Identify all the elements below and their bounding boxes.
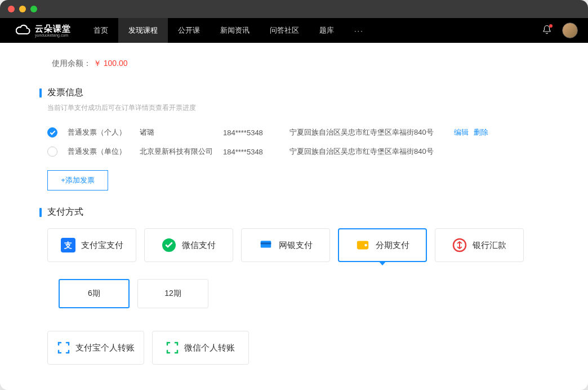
nav-question-bank[interactable]: 题库 xyxy=(309,18,344,43)
cloud-logo-icon xyxy=(16,24,32,37)
invoice-row-personal: 普通发票（个人） 诸璐 184****5348 宁夏回族自治区吴忠市红寺堡区幸福… xyxy=(39,123,549,142)
page-content: 使用余额： ￥ 100.00 发票信息 当前订单支付成功后可在订单详情页查看开票… xyxy=(0,43,588,390)
nav-more[interactable]: ··· xyxy=(344,18,374,43)
invoice-radio-personal[interactable] xyxy=(47,127,57,138)
add-invoice-button[interactable]: +添加发票 xyxy=(47,170,108,190)
invoice-type: 普通发票（单位） xyxy=(68,147,130,157)
notification-badge xyxy=(549,24,553,28)
pay-bank[interactable]: 网银支付 xyxy=(241,228,330,262)
installment-12[interactable]: 12期 xyxy=(137,279,208,308)
invoice-subtitle: 当前订单支付成功后可在订单详情页查看开票进度 xyxy=(47,103,549,113)
svg-rect-4 xyxy=(261,242,271,244)
nav-items: 首页 发现课程 公开课 新闻资讯 问答社区 题库 ··· xyxy=(83,18,374,43)
maximize-window-button[interactable] xyxy=(30,6,37,12)
svg-text:支: 支 xyxy=(64,241,72,250)
pay-installment[interactable]: 分期支付 xyxy=(338,228,427,262)
nav-open-class[interactable]: 公开课 xyxy=(168,18,210,43)
section-bar-icon xyxy=(39,88,42,98)
pay-alipay[interactable]: 支 支付宝支付 xyxy=(47,228,136,262)
window-titlebar xyxy=(0,0,588,18)
scan-bracket-icon xyxy=(166,342,179,354)
alipay-icon: 支 xyxy=(61,238,75,252)
section-bar-icon xyxy=(39,208,42,217)
alipay-personal-transfer[interactable]: 支付宝个人转账 xyxy=(47,331,144,365)
invoice-type: 普通发票（个人） xyxy=(68,127,130,138)
invoice-edit-link[interactable]: 编辑 xyxy=(454,128,469,136)
bank-card-icon xyxy=(259,238,273,252)
nav-discover-courses[interactable]: 发现课程 xyxy=(118,18,168,43)
svg-point-6 xyxy=(364,244,367,247)
invoice-actions: 编辑 删除 xyxy=(451,127,489,138)
pay-bank-transfer[interactable]: 银行汇款 xyxy=(435,228,524,262)
installment-6[interactable]: 6期 xyxy=(59,279,130,308)
app-window: 云朵课堂 yunduoketang.com 首页 发现课程 公开课 新闻资讯 问… xyxy=(0,0,588,390)
scan-bracket-icon xyxy=(57,342,70,354)
nav-qa-community[interactable]: 问答社区 xyxy=(260,18,309,43)
user-avatar[interactable] xyxy=(562,23,578,38)
invoice-radio-company[interactable] xyxy=(47,147,57,157)
logo-text: 云朵课堂 yunduoketang.com xyxy=(35,24,71,37)
invoice-address: 宁夏回族自治区吴忠市红寺堡区幸福街840号 xyxy=(289,147,434,157)
invoice-address: 宁夏回族自治区吴忠市红寺堡区幸福街840号 xyxy=(289,127,434,138)
balance-row: 使用余额： ￥ 100.00 xyxy=(39,59,549,69)
invoice-delete-link[interactable]: 删除 xyxy=(474,128,488,136)
invoice-row-company: 普通发票（单位） 北京昱新科技有限公司 184****5348 宁夏回族自治区吴… xyxy=(39,142,549,161)
pay-wechat[interactable]: 微信支付 xyxy=(144,228,233,262)
close-window-button[interactable] xyxy=(8,6,15,12)
invoice-phone: 184****5348 xyxy=(223,128,279,137)
balance-label: 使用余额： xyxy=(52,59,91,68)
nav-home[interactable]: 首页 xyxy=(83,18,118,43)
wechat-icon xyxy=(162,238,176,252)
personal-transfer-row: 支付宝个人转账 微信个人转账 xyxy=(47,331,549,365)
top-nav: 云朵课堂 yunduoketang.com 首页 发现课程 公开课 新闻资讯 问… xyxy=(0,18,588,43)
installment-options: 6期 12期 xyxy=(59,279,549,308)
wallet-icon xyxy=(355,238,370,252)
notifications-button[interactable] xyxy=(542,25,552,37)
wechat-personal-transfer[interactable]: 微信个人转账 xyxy=(152,331,249,365)
nav-news[interactable]: 新闻资讯 xyxy=(210,18,260,43)
payment-section-title: 支付方式 xyxy=(39,206,549,218)
svg-rect-3 xyxy=(261,241,271,247)
logo[interactable]: 云朵课堂 yunduoketang.com xyxy=(16,24,71,37)
balance-amount: ￥ 100.00 xyxy=(93,59,128,68)
bank-transfer-icon xyxy=(452,238,467,252)
invoice-name: 北京昱新科技有限公司 xyxy=(140,147,213,157)
invoice-section-title: 发票信息 xyxy=(39,87,549,99)
invoice-name: 诸璐 xyxy=(140,127,213,138)
invoice-phone: 184****5348 xyxy=(223,148,279,156)
nav-right xyxy=(542,23,578,38)
minimize-window-button[interactable] xyxy=(19,6,26,12)
payment-methods: 支 支付宝支付 微信支付 网银支付 分期支付 银行汇款 xyxy=(47,228,549,262)
